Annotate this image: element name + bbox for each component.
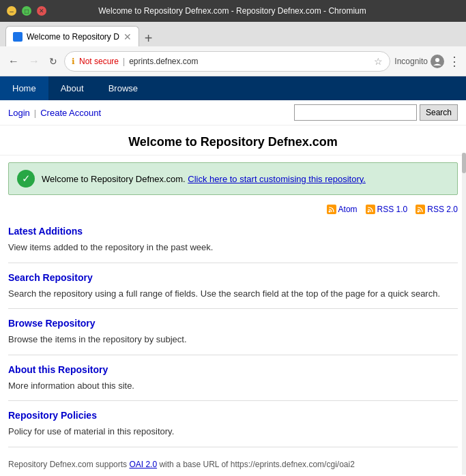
- nav-home[interactable]: Home: [0, 76, 48, 100]
- minimize-button[interactable]: –: [7, 6, 16, 16]
- page-title: Welcome to Repository Defnex.com: [0, 125, 466, 155]
- latest-additions-link[interactable]: Latest Additions: [8, 226, 83, 237]
- check-icon: ✓: [17, 170, 35, 188]
- footer-text: Repository Defnex.com supports: [8, 460, 129, 469]
- search-button[interactable]: Search: [420, 104, 458, 121]
- about-repository-link[interactable]: About this Repository: [8, 364, 108, 375]
- nav-bar: ← → ↻ ℹ Not secure | eprints.defnex.com …: [0, 46, 466, 76]
- search-repository-section: Search Repository Search the repository …: [8, 263, 458, 310]
- nav-about[interactable]: About: [48, 76, 96, 100]
- page-title-text: Welcome to Repository Defnex.com: [128, 135, 338, 149]
- create-account-link[interactable]: Create Account: [40, 108, 101, 118]
- svg-point-2: [367, 211, 369, 213]
- content-area: Latest Additions View items added to the…: [0, 217, 466, 454]
- repository-policies-desc: Policy for use of material in this repos…: [8, 425, 458, 438]
- browse-repository-desc: Browse the items in the repository by su…: [8, 333, 458, 346]
- repository-policies-link[interactable]: Repository Policies: [8, 410, 97, 421]
- welcome-banner: ✓ Welcome to Repository Defnex.com. Clic…: [8, 162, 458, 195]
- window-title: Welcome to Repository Defnex.com - Repos…: [46, 6, 418, 16]
- active-tab[interactable]: Welcome to Repository D ✕: [5, 26, 139, 46]
- rss10-link[interactable]: RSS 1.0: [366, 205, 408, 214]
- titlebar: – □ ✕ Welcome to Repository Defnex.com -…: [0, 0, 466, 22]
- separator: |: [34, 108, 36, 118]
- rss20-label: RSS 2.0: [427, 205, 458, 214]
- search-repository-link[interactable]: Search Repository: [8, 272, 93, 283]
- browse-repository-section: Browse Repository Browse the items in th…: [8, 309, 458, 355]
- welcome-text: Welcome to Repository Defnex.com.: [42, 174, 188, 184]
- search-repository-desc: Search the repository using a full range…: [8, 287, 458, 301]
- about-repository-desc: More information about this site.: [8, 379, 458, 393]
- bookmark-star-icon[interactable]: ☆: [374, 56, 383, 67]
- site-nav: Home About Browse: [0, 76, 466, 100]
- incognito-area: Incognito: [394, 55, 444, 68]
- back-button[interactable]: ←: [5, 53, 22, 70]
- scrollbar-thumb[interactable]: [462, 153, 466, 173]
- atom-icon: [327, 205, 336, 214]
- latest-additions-desc: View items added to the repository in th…: [8, 241, 458, 254]
- security-icon: ℹ: [72, 57, 75, 66]
- forward-button[interactable]: →: [26, 53, 42, 70]
- svg-point-1: [328, 211, 330, 213]
- maximize-button[interactable]: □: [22, 6, 31, 16]
- rss20-icon: [416, 205, 425, 214]
- protocol-label: Not secure: [79, 57, 119, 66]
- rss-bar: Atom RSS 1.0 RSS 2.0: [0, 202, 466, 217]
- address-bar[interactable]: ℹ Not secure | eprints.defnex.com ☆: [64, 51, 390, 72]
- latest-additions-section: Latest Additions View items added to the…: [8, 217, 458, 263]
- welcome-message: Welcome to Repository Defnex.com. Click …: [42, 174, 366, 184]
- auth-links: Login | Create Account: [8, 108, 101, 118]
- rss10-label: RSS 1.0: [377, 205, 408, 214]
- rss20-link[interactable]: RSS 2.0: [416, 205, 458, 214]
- browse-repository-link[interactable]: Browse Repository: [8, 318, 96, 329]
- search-input[interactable]: [294, 104, 417, 121]
- footer-rest: with a base URL of https://eprints.defne…: [157, 460, 355, 469]
- nav-browse[interactable]: Browse: [96, 76, 150, 100]
- tab-label: Welcome to Repository D: [27, 32, 119, 42]
- top-bar: Login | Create Account Search: [0, 100, 466, 125]
- tab-favicon: [13, 32, 23, 42]
- tab-close-button[interactable]: ✕: [123, 31, 132, 42]
- login-link[interactable]: Login: [8, 108, 30, 118]
- incognito-label: Incognito: [394, 57, 428, 66]
- page-content: Home About Browse Login | Create Account…: [0, 76, 466, 475]
- about-repository-section: About this Repository More information a…: [8, 355, 458, 402]
- reload-button[interactable]: ↻: [46, 53, 60, 70]
- customize-link[interactable]: Click here to start customising this rep…: [188, 174, 366, 184]
- atom-label: Atom: [338, 205, 358, 214]
- browser-menu-button[interactable]: ⋮: [448, 54, 461, 69]
- page-footer: Repository Defnex.com supports OAI 2.0 w…: [0, 454, 466, 475]
- atom-link[interactable]: Atom: [327, 205, 358, 214]
- address-separator: |: [123, 57, 125, 66]
- search-area: Search: [294, 104, 458, 121]
- svg-point-3: [418, 211, 420, 213]
- close-window-button[interactable]: ✕: [37, 6, 46, 16]
- oai-link[interactable]: OAI 2.0: [129, 460, 157, 469]
- address-domain: eprints.defnex.com: [129, 57, 198, 66]
- incognito-icon: [431, 55, 444, 68]
- scrollbar[interactable]: [462, 153, 466, 475]
- tab-bar: Welcome to Repository D ✕ +: [0, 22, 466, 46]
- new-tab-button[interactable]: +: [145, 31, 153, 46]
- repository-policies-section: Repository Policies Policy for use of ma…: [8, 401, 458, 447]
- svg-point-0: [435, 58, 439, 62]
- rss10-icon: [366, 205, 375, 214]
